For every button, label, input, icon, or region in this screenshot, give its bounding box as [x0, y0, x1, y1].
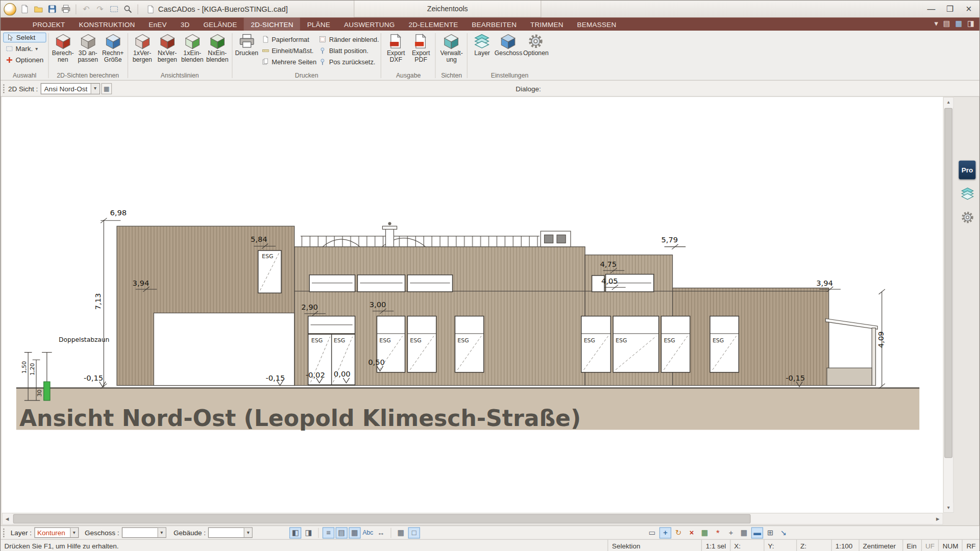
- raster-button[interactable]: ▦: [395, 527, 407, 538]
- anpassen-3d-button[interactable]: 3D an- passen: [76, 33, 101, 64]
- nx-verbergen-button[interactable]: NxVer- bergen: [155, 33, 180, 64]
- add-cell-button[interactable]: ⊞: [765, 527, 776, 538]
- status-ein[interactable]: Ein: [902, 540, 921, 551]
- tab-trimmen[interactable]: TRIMMEN: [524, 17, 571, 31]
- frame-button[interactable]: □: [408, 527, 420, 538]
- vertical-scroll-thumb[interactable]: [944, 108, 952, 458]
- save-button[interactable]: [46, 4, 58, 15]
- optionen-auswahl-button[interactable]: Optionen: [3, 55, 46, 65]
- snap-point-button[interactable]: *: [712, 527, 724, 538]
- chevron-down-icon[interactable]: ▼: [244, 528, 252, 537]
- chevron-down-icon[interactable]: ▼: [90, 83, 99, 93]
- pro-badge[interactable]: Pro: [959, 161, 975, 180]
- open-file-button[interactable]: [33, 4, 44, 15]
- select-region-button[interactable]: [108, 4, 119, 15]
- redo-button[interactable]: ↷: [94, 4, 106, 15]
- panels-icon[interactable]: ▤: [943, 19, 950, 30]
- toolbar-grip[interactable]: [3, 528, 5, 537]
- selekt-button[interactable]: Selekt: [3, 33, 46, 43]
- hatch-lines-button[interactable]: ≡: [323, 527, 334, 538]
- vertical-scrollbar[interactable]: ▲ ▼: [943, 97, 954, 513]
- tab-projekt[interactable]: PROJEKT: [26, 17, 72, 31]
- tab-plaene[interactable]: PLÄNE: [300, 17, 337, 31]
- pin-icon[interactable]: ▾: [935, 19, 938, 30]
- palette-icon[interactable]: ▦: [955, 19, 962, 30]
- drucken-button[interactable]: Drucken: [234, 33, 259, 58]
- scroll-left-button[interactable]: ◀: [3, 514, 12, 524]
- settings-panel-button[interactable]: [960, 210, 975, 224]
- svg-text:6,98: 6,98: [110, 208, 127, 217]
- undo-button[interactable]: ↶: [81, 4, 92, 15]
- verwaltung-button[interactable]: Verwalt- ung: [438, 33, 465, 64]
- export-dxf-button[interactable]: Export DXF: [383, 33, 408, 64]
- snap-direction-button[interactable]: ↘: [777, 527, 789, 538]
- horizontal-scrollbar[interactable]: ◀ ▶: [2, 513, 943, 524]
- layer-button[interactable]: Layer: [470, 33, 495, 58]
- hatch-grid-button[interactable]: ▦: [349, 527, 360, 538]
- tab-enev[interactable]: EnEV: [142, 17, 174, 31]
- layer-combo[interactable]: Konturen ▼: [34, 527, 79, 538]
- tab-auswertung[interactable]: AUSWERTUNG: [337, 17, 402, 31]
- tab-3d[interactable]: 3D: [174, 17, 197, 31]
- delete-button[interactable]: ×: [685, 527, 697, 538]
- nx-einblenden-button[interactable]: NxEin- blenden: [205, 33, 230, 64]
- move-button[interactable]: +: [659, 527, 671, 538]
- einheit-massstab-button[interactable]: Einheit/Maßst.: [262, 45, 317, 55]
- table-button[interactable]: ▦: [699, 527, 710, 538]
- geschoss-combo[interactable]: ▼: [121, 527, 166, 538]
- ruler-button[interactable]: ▬: [751, 527, 763, 538]
- view-list-button[interactable]: ▦: [101, 83, 112, 94]
- chevron-down-icon[interactable]: ▼: [70, 528, 78, 537]
- pos-zuruecksetzen-button[interactable]: Pos zurücksetz.: [319, 57, 379, 66]
- print-button[interactable]: [60, 4, 71, 15]
- einmal-verbergen-button[interactable]: 1xVer- bergen: [130, 33, 155, 64]
- restore-button[interactable]: ❒: [941, 2, 960, 16]
- einmal-einblenden-button[interactable]: 1xEin- blenden: [180, 33, 205, 64]
- chevron-down-icon[interactable]: ▼: [157, 528, 165, 537]
- minimize-button[interactable]: —: [922, 2, 941, 16]
- mehrere-seiten-button[interactable]: Mehrere Seiten: [262, 57, 317, 66]
- scroll-up-button[interactable]: ▲: [944, 97, 953, 107]
- crosshair-button[interactable]: +: [725, 527, 737, 538]
- window-layout-icon[interactable]: ◨: [967, 19, 974, 30]
- tab-2d-elemente[interactable]: 2D-ELEMENTE: [402, 17, 465, 31]
- berechnen-button[interactable]: Berech- nen: [51, 33, 76, 64]
- new-file-button[interactable]: [19, 4, 30, 15]
- rotate-button[interactable]: ↻: [673, 527, 684, 538]
- zoom-button[interactable]: [122, 4, 133, 15]
- app-button[interactable]: [4, 3, 16, 15]
- geschoss-button[interactable]: Geschoss: [495, 33, 522, 58]
- drawing-canvas[interactable]: Ansicht Nord-Ost (Leopold Klimesch-Straß…: [2, 97, 943, 513]
- context-tab-zeichentools[interactable]: Zeichentools: [354, 1, 541, 17]
- status-scale[interactable]: 1:100: [831, 540, 859, 551]
- ribbon-group-einstellungen: Layer Geschoss Optionen Einstellungen: [469, 31, 551, 80]
- export-pdf-button[interactable]: Export PDF: [408, 33, 433, 64]
- tab-bearbeiten[interactable]: BEARBEITEN: [465, 17, 524, 31]
- grid-button[interactable]: ▦: [738, 527, 750, 538]
- toolbar-grip[interactable]: [3, 84, 5, 93]
- optionen-button[interactable]: Optionen: [522, 33, 550, 58]
- mark-button[interactable]: Mark. ▾: [3, 44, 46, 54]
- close-button[interactable]: ×: [960, 2, 978, 16]
- tab-bemassen[interactable]: BEMASSEN: [570, 17, 623, 31]
- blatt-position-button[interactable]: Blatt position.: [319, 45, 379, 55]
- tab-konstruktion[interactable]: KONSTRUKTION: [72, 17, 142, 31]
- scroll-right-button[interactable]: ▶: [933, 514, 942, 524]
- text-display-button[interactable]: Abc: [362, 527, 374, 538]
- layers-panel-button[interactable]: [960, 186, 975, 201]
- view-combo[interactable]: Ansi Nord-Ost ▼: [40, 83, 100, 94]
- tab-gelaende[interactable]: GELÄNDE: [197, 17, 244, 31]
- raender-einblenden-button[interactable]: Ränder einblend.: [319, 34, 379, 43]
- rechnen-groesse-button[interactable]: Rechn+ Größe: [101, 33, 126, 64]
- layout-right-button[interactable]: ◨: [303, 527, 314, 538]
- hatch-fill-button[interactable]: ▤: [336, 527, 348, 538]
- select-rect-button[interactable]: ▭: [646, 527, 658, 538]
- tab-2d-sichten[interactable]: 2D-SICHTEN: [244, 17, 300, 31]
- status-unit[interactable]: Zentimeter: [859, 540, 902, 551]
- horizontal-scroll-thumb[interactable]: [13, 514, 751, 523]
- papierformat-button[interactable]: Papierformat: [262, 34, 317, 43]
- scroll-down-button[interactable]: ▼: [944, 503, 953, 512]
- dimension-display-button[interactable]: ↔: [375, 527, 387, 538]
- gebaeude-combo[interactable]: ▼: [208, 527, 253, 538]
- layout-left-button[interactable]: ◧: [289, 527, 301, 538]
